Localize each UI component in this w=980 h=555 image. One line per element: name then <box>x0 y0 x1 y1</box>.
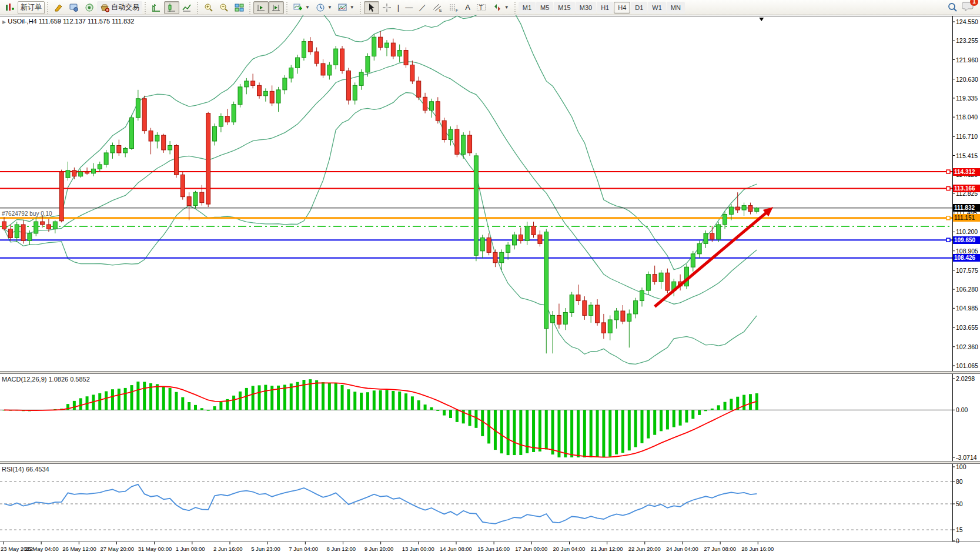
metaeditor-button[interactable] <box>51 1 66 14</box>
horizontal-line-tool-button[interactable]: — <box>402 1 416 14</box>
price-level-chip[interactable]: 111.151 <box>953 214 980 222</box>
toolbar-separator <box>196 1 200 14</box>
trendline-icon: ／ <box>419 4 426 11</box>
price-level-chip[interactable]: 111.832 <box>953 204 980 212</box>
time-axis-label: 27 Jun 08:00 <box>704 546 736 552</box>
rsi-axis-label: 50 <box>956 500 963 507</box>
fibo-badge: F <box>456 8 458 12</box>
indicators-button[interactable]: ▼ <box>290 1 313 14</box>
text-label-tool-button[interactable]: T <box>473 1 490 14</box>
timeframe-m5[interactable]: M5 <box>536 2 553 14</box>
dropdown-caret: ▼ <box>504 5 509 10</box>
clock-icon <box>316 3 325 12</box>
time-axis-label: 1 Jun 08:00 <box>176 546 205 552</box>
arrows-tool-button[interactable]: ▼ <box>490 1 512 14</box>
terminal-button[interactable] <box>66 1 82 14</box>
time-axis-label: 13 Jun 00:00 <box>402 546 434 552</box>
toolbar-separator <box>513 1 517 14</box>
price-axis-label: 106.280 <box>956 286 978 293</box>
metaeditor-icon <box>54 3 63 12</box>
price-axis-label: 116.710 <box>956 133 978 140</box>
search-icon[interactable] <box>948 2 958 12</box>
bar-chart-icon <box>152 3 161 12</box>
macd-axis-label: 2.0298 <box>956 375 975 382</box>
price-axis-label: 124.550 <box>956 18 978 25</box>
tile-windows-button[interactable] <box>232 1 247 14</box>
time-axis-label: 14 Jun 08:00 <box>440 546 472 552</box>
timeframe-m15[interactable]: M15 <box>554 2 574 14</box>
timeframe-mn[interactable]: MN <box>667 2 685 14</box>
time-axis-label: 28 Jun 16:00 <box>741 546 774 552</box>
rsi-axis-label: 100 <box>956 463 966 470</box>
rsi-panel-splitter[interactable] <box>0 461 980 464</box>
trendline-tool-button[interactable]: ／ <box>416 1 429 14</box>
time-axis-label: 31 May 00:00 <box>138 546 172 552</box>
chart-shift-button[interactable] <box>269 1 284 14</box>
zoom-out-button[interactable] <box>216 1 232 14</box>
time-axis-label: 17 Jun 00:00 <box>515 546 547 552</box>
new-order-button[interactable]: 新订单 <box>18 1 45 14</box>
chart-canvas[interactable] <box>0 0 980 555</box>
crosshair-tool-button[interactable] <box>379 1 394 14</box>
rsi-axis-label: 15 <box>956 526 963 533</box>
tile-windows-icon <box>235 3 244 12</box>
price-axis-label: 104.985 <box>956 305 978 312</box>
time-axis-label: 2 Jun 16:00 <box>213 546 243 552</box>
timeframe-h1[interactable]: H1 <box>597 2 613 14</box>
cursor-tool-button[interactable] <box>364 1 379 14</box>
one-click-chart-icon[interactable] <box>2 1 18 14</box>
order-line-label: #7624792 buy 0.10 <box>2 210 52 217</box>
price-level-chip[interactable]: 108.426 <box>953 254 980 262</box>
toolbar-separator <box>285 1 289 14</box>
cursor-icon <box>367 3 376 12</box>
text-icon: A <box>465 4 470 11</box>
one-click-trading-arrow[interactable]: ▶ <box>2 19 6 25</box>
price-axis-label: 110.200 <box>956 228 978 235</box>
autotrading-icon <box>100 3 109 12</box>
macd-indicator-label: MACD(12,26,9) 1.0826 0.5852 <box>2 376 90 383</box>
indicators-icon <box>293 3 303 12</box>
time-axis-label: 22 Jun 20:00 <box>628 546 661 552</box>
timeframe-h4[interactable]: H4 <box>614 2 630 14</box>
dropdown-caret: ▼ <box>350 5 354 10</box>
timeframe-m30[interactable]: M30 <box>576 2 596 14</box>
candle-chart-mode-button[interactable] <box>164 1 179 14</box>
price-axis-label: 118.040 <box>956 113 978 121</box>
horizontal-line-icon: — <box>405 4 413 11</box>
price-level-chip[interactable]: 113.166 <box>953 185 980 192</box>
channel-badge: E <box>439 8 442 12</box>
timeframe-w1[interactable]: W1 <box>648 2 666 14</box>
bar-chart-mode-button[interactable] <box>149 1 164 14</box>
auto-scroll-button[interactable] <box>253 1 269 14</box>
time-axis-label: 26 May 12:00 <box>62 546 96 552</box>
timeframe-m1[interactable]: M1 <box>519 2 536 14</box>
crosshair-icon <box>382 3 392 12</box>
channel-tool-button[interactable]: E <box>429 1 446 14</box>
rsi-axis-label: 0 <box>956 537 959 544</box>
line-chart-mode-button[interactable] <box>179 1 195 14</box>
notifications-button[interactable]: 1 <box>962 1 974 14</box>
price-axis-label: 103.655 <box>956 324 978 331</box>
timeframe-d1[interactable]: D1 <box>631 2 647 14</box>
text-tool-button[interactable]: A <box>462 1 473 14</box>
fibonacci-tool-button[interactable]: F <box>446 1 462 14</box>
strategy-tester-button[interactable] <box>82 1 97 14</box>
time-axis-label: 15 Jun 16:00 <box>477 546 510 552</box>
zoom-in-button[interactable] <box>201 1 216 14</box>
templates-button[interactable]: ▼ <box>335 1 357 14</box>
price-axis-label: 102.360 <box>956 343 978 350</box>
notification-badge: 1 <box>970 0 978 6</box>
periods-button[interactable]: ▼ <box>313 1 335 14</box>
toolbar-separator <box>46 1 50 14</box>
price-level-chip[interactable]: 109.650 <box>953 236 980 244</box>
autotrading-button[interactable]: 自动交易 <box>97 1 142 14</box>
macd-panel-splitter[interactable] <box>0 371 980 374</box>
strategy-tester-icon <box>85 3 94 12</box>
price-axis-label: 107.575 <box>956 267 978 274</box>
equidistant-channel-icon: E <box>432 3 443 12</box>
price-level-chip[interactable]: 114.312 <box>953 168 980 176</box>
dropdown-caret: ▼ <box>327 5 332 10</box>
chart-shift-icon <box>272 3 281 12</box>
rsi-axis-label: 80 <box>956 478 963 485</box>
vertical-line-tool-button[interactable]: | <box>394 1 402 14</box>
